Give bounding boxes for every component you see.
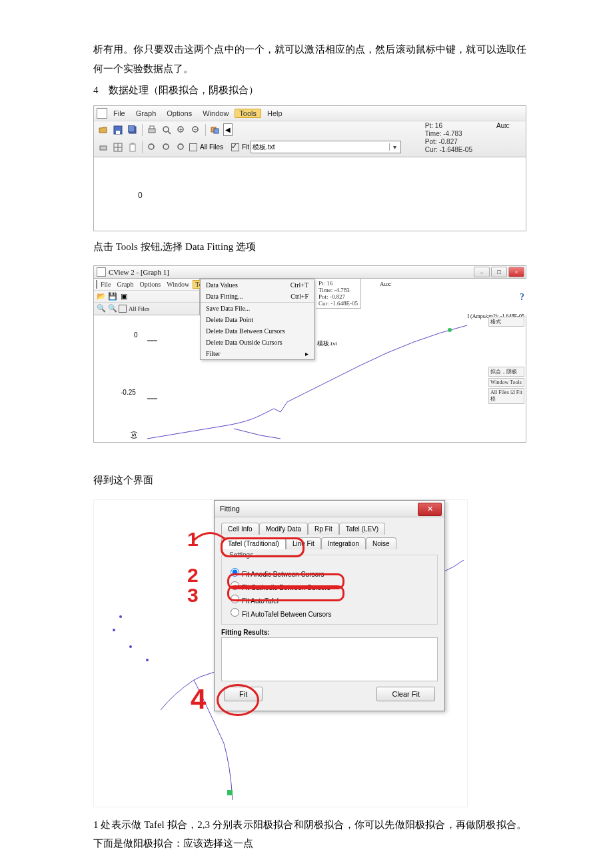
zoom-in-icon[interactable]: + <box>175 123 188 137</box>
para-intro: 析有用。你只要双击这两个点中的一个，就可以激活相应的点，然后滚动鼠标中键，就可以… <box>93 40 526 78</box>
menu2-window[interactable]: Window <box>164 281 192 288</box>
svg-text:−: − <box>194 127 197 133</box>
tab-noise[interactable]: Noise <box>366 537 396 549</box>
svg-point-29 <box>129 645 132 648</box>
menu-window[interactable]: Window <box>198 109 233 118</box>
help-icon[interactable]: ? <box>520 292 524 303</box>
maximize-button[interactable]: □ <box>491 267 507 277</box>
heading-4: 4 数据处理（阳极拟合，阴极拟合） <box>93 81 526 100</box>
print-icon-2[interactable] <box>97 141 110 154</box>
ylabel-0: 0 <box>134 331 138 339</box>
zoom-out-icon[interactable]: − <box>189 123 203 137</box>
status-readout-2: Pt: 16Time: -4.783Pot: -0.827Cur: -1.648… <box>316 279 361 309</box>
svg-rect-5 <box>150 126 154 129</box>
fitting-results-label: Fitting Results: <box>221 629 438 636</box>
svg-point-30 <box>146 659 149 661</box>
zoom-icon-2b[interactable]: 🔍 <box>107 303 118 314</box>
tab-cell-info[interactable]: Cell Info <box>221 523 259 535</box>
minimize-button[interactable]: – <box>474 267 490 277</box>
clear-fit-button[interactable]: Clear Fit <box>376 687 435 701</box>
svg-rect-13 <box>214 129 219 133</box>
tab-integration[interactable]: Integration <box>321 537 366 549</box>
app-icon-2 <box>96 280 97 289</box>
svg-rect-14 <box>100 146 107 150</box>
svg-point-22 <box>178 144 183 149</box>
annotation-4: 4 <box>191 683 206 715</box>
zoom-icon-a[interactable] <box>145 141 159 154</box>
annotation-3: 3 <box>187 584 199 607</box>
search-icon[interactable] <box>160 123 173 137</box>
circle-3 <box>227 585 344 601</box>
status-readout: Pt: 16 Time: -4.783 Pot: -0.827 Cur: -1.… <box>421 121 476 155</box>
side-bit-3: Window Tools <box>488 378 524 387</box>
open-icon-2[interactable]: 📂 <box>96 291 107 302</box>
dialog-close-button[interactable]: ✕ <box>418 503 442 516</box>
data-curve <box>147 322 474 442</box>
allfiles-label-2: All Files <box>129 305 149 312</box>
menu-graph[interactable]: Graph <box>131 109 161 118</box>
svg-text:+: + <box>179 127 183 133</box>
side-bit-4: All Files ☑ Fit 模 <box>488 388 524 404</box>
fit-label: Fit <box>242 143 249 151</box>
print-icon[interactable] <box>145 123 159 137</box>
svg-point-27 <box>119 615 122 618</box>
aux-label-2: Aux: <box>380 281 392 287</box>
svg-rect-1 <box>116 131 120 134</box>
dd-data-values[interactable]: Data ValuesCtrl+T <box>201 279 314 291</box>
menu2-options[interactable]: Options <box>137 281 164 288</box>
close-button[interactable]: × <box>508 267 524 277</box>
fitting-dialog: Fitting ✕ Cell Info Modify Data Rp Fit T… <box>214 500 445 711</box>
file-nav[interactable]: ◀ <box>223 123 233 136</box>
tab-rp-fit[interactable]: Rp Fit <box>308 523 339 535</box>
overlay-icon[interactable] <box>209 123 222 137</box>
clipboard-icon[interactable] <box>126 141 139 154</box>
figure-1-menubar: File Graph Options Window Tools Help + −… <box>93 105 526 219</box>
radio-fit-autotafel-between[interactable]: Fit AutoTafel Between Cursors <box>227 605 432 619</box>
results-box <box>221 637 438 681</box>
fit-checkbox[interactable] <box>231 143 239 151</box>
dialog-title: Fitting <box>220 505 240 513</box>
save-icon-2[interactable]: 💾 <box>107 291 118 302</box>
grid-icon[interactable] <box>111 141 125 154</box>
zoom-icon-c[interactable] <box>175 141 188 154</box>
svg-point-6 <box>163 127 169 132</box>
annot-line-1 <box>193 520 226 560</box>
allfiles-checkbox-2[interactable] <box>119 305 127 313</box>
open-icon[interactable] <box>97 123 110 137</box>
dd-data-fitting[interactable]: Data Fitting...Ctrl+F <box>201 291 314 302</box>
ylabel-neg025: -0.25 <box>121 389 136 396</box>
zoom-icon-b[interactable] <box>160 141 173 154</box>
save-icon[interactable] <box>111 123 125 137</box>
app-icon <box>97 108 107 119</box>
plot-area-2: 0 -0.25 (s) 模板.txt 格式 拟合，阴极 Window Tools… <box>93 315 526 443</box>
menu-tools[interactable]: Tools <box>235 109 261 118</box>
circle-4 <box>217 684 259 716</box>
caption-tools: 点击 Tools 按钮,选择 Data Fitting 选项 <box>93 237 526 257</box>
menu-options[interactable]: Options <box>162 109 197 118</box>
allfiles-checkbox[interactable] <box>189 143 197 151</box>
figure-2-tools-menu: CView 2 - [Graph 1] – □ × File Graph Opt… <box>93 265 526 452</box>
overlay-icon-2[interactable]: ▣ <box>119 291 129 302</box>
svg-rect-4 <box>149 129 155 133</box>
svg-rect-19 <box>131 143 134 145</box>
file-combo[interactable]: 模板.txt ▾ <box>251 141 401 153</box>
para-explain: 1 处表示做 Tafel 拟合，2,3 分别表示阳极拟合和阴极拟合，你可以先做阳… <box>93 815 526 853</box>
graph-area-1: 0 <box>93 157 526 231</box>
tab-modify-data[interactable]: Modify Data <box>259 523 308 535</box>
dd-save-data-file[interactable]: Save Data File... <box>201 302 314 314</box>
tab-tafel-lev[interactable]: Tafel (LEV) <box>339 523 385 535</box>
menu2-file[interactable]: File <box>98 281 114 288</box>
zoom-icon-2a[interactable]: 🔍 <box>96 303 107 314</box>
menu-file[interactable]: File <box>109 109 130 118</box>
aux-label: Aux: <box>496 122 510 129</box>
caption-interface: 得到这个界面 <box>93 471 526 490</box>
svg-point-20 <box>149 144 154 149</box>
save-all-icon[interactable] <box>126 123 139 137</box>
menu-help[interactable]: Help <box>263 109 287 118</box>
svg-rect-18 <box>130 144 135 151</box>
allfiles-label: All Files <box>200 143 223 151</box>
cview-icon <box>97 267 106 277</box>
svg-line-7 <box>168 131 171 134</box>
menu2-graph[interactable]: Graph <box>115 281 137 288</box>
svg-point-21 <box>163 144 169 149</box>
